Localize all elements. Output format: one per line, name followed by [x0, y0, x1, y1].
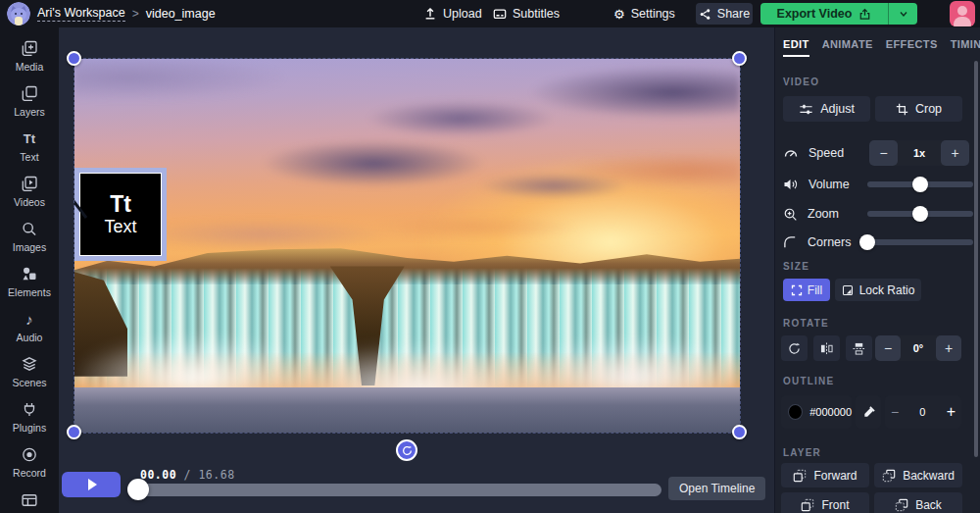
tab-animate[interactable]: ANIMATE	[822, 38, 873, 57]
tab-effects[interactable]: EFFECTS	[886, 38, 938, 57]
section-size: SIZE	[783, 261, 809, 272]
speed-decrease-button[interactable]: −	[869, 140, 898, 166]
rotate-value: 0°	[913, 342, 924, 354]
flip-horizontal-button[interactable]	[813, 335, 840, 361]
resize-handle-bottom-right[interactable]	[732, 425, 747, 439]
current-time: 00.00	[140, 468, 176, 482]
speed-value: 1x	[913, 147, 925, 159]
settings-label: Settings	[631, 7, 675, 21]
seek-bar[interactable]	[137, 484, 662, 496]
zoom-thumb[interactable]	[912, 206, 928, 222]
sidebar-item-plugins[interactable]: Plugins	[13, 401, 46, 434]
subtitles-button[interactable]: Subtitles	[493, 0, 560, 27]
share-label: Share	[717, 7, 750, 21]
tab-edit[interactable]: EDIT	[783, 38, 809, 57]
layer-backward-button[interactable]: Backward	[874, 463, 962, 487]
tab-timing[interactable]: TIMING	[951, 38, 980, 57]
sidebar-item-label: Layers	[14, 106, 45, 118]
zoom-row: Zoom	[783, 201, 963, 227]
corners-thumb[interactable]	[859, 234, 875, 250]
water	[74, 387, 740, 433]
duration: 16.68	[198, 468, 234, 482]
resize-handle-top-left[interactable]	[67, 51, 81, 66]
sidebar-item-record[interactable]: Record	[13, 446, 46, 479]
fill-button[interactable]: Fill	[783, 279, 830, 301]
text-tool-icon: Tt	[24, 130, 35, 147]
sidebar-item-templates[interactable]	[21, 491, 38, 513]
outline-increase-button[interactable]: +	[947, 403, 956, 421]
kapwing-logo[interactable]	[7, 2, 30, 26]
corners-track[interactable]	[867, 239, 973, 245]
outline-width-stepper: − 0 +	[885, 395, 961, 429]
sidebar-item-images[interactable]: Images	[13, 221, 46, 253]
workspace-link[interactable]: Ari's Workspace	[37, 6, 125, 22]
zoom-label: Zoom	[808, 207, 839, 221]
flip-vertical-icon	[853, 342, 865, 355]
sidebar-item-media[interactable]: Media	[16, 40, 44, 73]
settings-button[interactable]: ⚙ Settings	[613, 0, 675, 27]
sidebar-item-text[interactable]: Tt Text	[20, 130, 38, 163]
rotate-90-button[interactable]	[781, 335, 808, 361]
sidebar-item-elements[interactable]: Elements	[8, 266, 51, 298]
share-button[interactable]: Share	[696, 3, 753, 25]
volume-slider	[867, 172, 973, 197]
zoom-in-icon	[783, 207, 798, 222]
export-options-button[interactable]	[889, 3, 917, 25]
outline-color-hex: #000000	[809, 406, 852, 418]
text-layer-element[interactable]: Tt Text	[74, 168, 167, 261]
sidebar-item-layers[interactable]: Layers	[14, 85, 45, 118]
corners-row: Corners	[783, 230, 963, 255]
volume-row: Volume	[783, 172, 963, 197]
lock-ratio-label: Lock Ratio	[859, 283, 915, 297]
rotate-handle[interactable]	[396, 439, 417, 461]
export-video-button[interactable]: Export Video	[760, 3, 917, 25]
chevron-down-icon	[898, 8, 909, 20]
corner-radius-icon	[783, 235, 798, 250]
panel-scrollbar[interactable]	[974, 61, 978, 457]
templates-icon	[21, 491, 38, 509]
sidebar-item-label: Videos	[14, 196, 45, 208]
rotate-decrease-button[interactable]: −	[875, 335, 901, 361]
section-layer: LAYER	[783, 447, 821, 458]
sidebar-item-videos[interactable]: Videos	[14, 176, 45, 208]
seek-thumb[interactable]	[127, 479, 149, 500]
outline-color-swatch	[788, 404, 803, 420]
resize-handle-bottom-left[interactable]	[67, 425, 81, 439]
upload-button[interactable]: Upload	[423, 0, 482, 27]
layer-front-button[interactable]: Front	[781, 492, 869, 513]
speed-gauge-icon	[783, 145, 799, 161]
layer-back-button[interactable]: Back	[874, 492, 962, 513]
outline-width-value: 0	[919, 406, 925, 418]
project-title[interactable]: video_image	[146, 7, 216, 21]
crop-button[interactable]: Crop	[875, 96, 962, 122]
export-main[interactable]: Export Video	[760, 3, 888, 25]
speed-increase-button[interactable]: +	[941, 140, 969, 166]
rotate-arrows-icon	[402, 445, 413, 456]
logo-cat-icon	[7, 2, 30, 26]
outline-decrease-button[interactable]: −	[891, 404, 899, 420]
volume-label: Volume	[808, 178, 850, 191]
resize-handle-top-right[interactable]	[732, 51, 747, 66]
eyedropper-button[interactable]	[856, 395, 881, 429]
layer-forward-button[interactable]: Forward	[781, 463, 869, 487]
open-timeline-button[interactable]: Open Timeline	[668, 477, 765, 500]
play-button[interactable]	[62, 472, 121, 497]
outline-color-button[interactable]: #000000	[781, 395, 852, 429]
corners-label: Corners	[808, 235, 851, 249]
flip-vertical-button[interactable]	[846, 335, 872, 361]
subtitles-icon	[493, 7, 507, 21]
sidebar-item-audio[interactable]: ♪ Audio	[17, 311, 43, 343]
volume-thumb[interactable]	[912, 177, 928, 192]
user-avatar[interactable]	[950, 1, 975, 26]
video-canvas[interactable]: Tt Text	[74, 59, 740, 433]
fill-expand-icon	[791, 284, 803, 296]
adjust-button[interactable]: Adjust	[783, 96, 870, 122]
breadcrumb: Ari's Workspace > video_image	[37, 6, 216, 22]
sidebar-item-scenes[interactable]: Scenes	[12, 356, 46, 388]
sidebar-item-label: Plugins	[13, 422, 46, 434]
avatar-person-icon	[957, 6, 967, 16]
layer-backward-label: Backward	[903, 469, 955, 483]
tools-sidebar: Media Layers Tt Text Videos Images Eleme…	[0, 27, 59, 513]
lock-ratio-button[interactable]: Lock Ratio	[835, 279, 921, 301]
rotate-increase-button[interactable]: +	[936, 335, 961, 361]
